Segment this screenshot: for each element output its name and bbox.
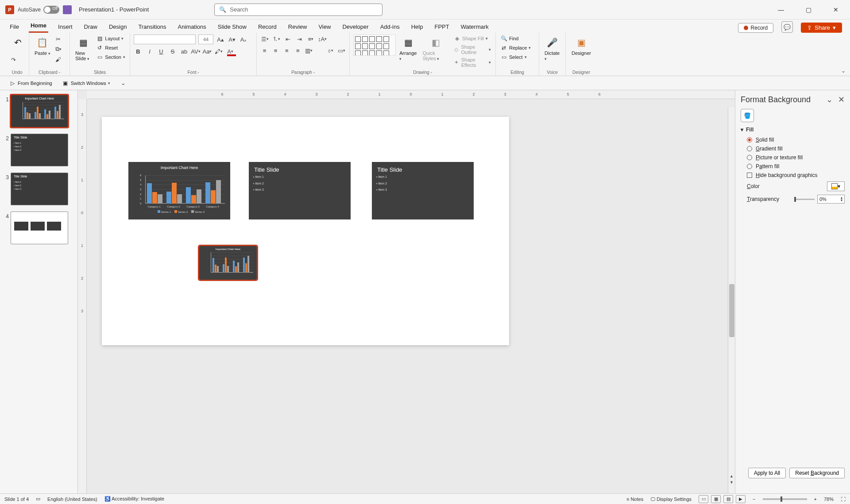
zoom-level[interactable]: 78% <box>824 496 834 502</box>
dragged-slide-object[interactable]: Important Chart Here <box>199 246 257 280</box>
copy-button[interactable]: ⧉ <box>54 45 63 54</box>
shape-outline-button[interactable]: ◇Shape Outline <box>452 44 492 55</box>
prev-slide-button[interactable]: ▲ <box>730 474 734 478</box>
autosave-toggle[interactable]: AutoSave <box>18 6 59 14</box>
fit-to-window-button[interactable]: ⛶ <box>841 496 846 502</box>
select-button[interactable]: ▭Select <box>499 53 535 61</box>
solid-fill-radio[interactable]: Solid fill <box>741 135 845 144</box>
vertical-scrollbar[interactable]: ▲ ▼ <box>728 107 735 493</box>
new-slide-button[interactable]: ▦ New Slide <box>73 35 93 62</box>
fill-color-picker[interactable]: ▾ <box>827 181 845 191</box>
layout-button[interactable]: ▤Layout <box>95 35 126 42</box>
tab-addins[interactable]: Add-ins <box>379 21 402 33</box>
change-case-button[interactable]: Aa <box>203 47 212 56</box>
pane-close-button[interactable]: ✕ <box>838 95 845 104</box>
columns-button[interactable]: ▥ <box>305 46 313 55</box>
shape-fill-button[interactable]: ◆Shape Fill <box>452 35 492 42</box>
fill-section-toggle[interactable]: ▾Fill <box>741 127 845 133</box>
save-icon[interactable] <box>63 5 72 14</box>
tab-transitions[interactable]: Transitions <box>136 21 168 33</box>
tab-design[interactable]: Design <box>107 21 128 33</box>
autosave-switch[interactable] <box>43 6 59 14</box>
italic-button[interactable]: I <box>145 47 154 56</box>
share-button[interactable]: ⇪Share▾ <box>801 23 842 33</box>
pane-options-button[interactable]: ⌄ <box>826 95 833 104</box>
zoom-in-button[interactable]: + <box>814 496 817 502</box>
text-shadow-button[interactable]: ab <box>180 47 189 56</box>
line-spacing-button[interactable]: ≡ <box>306 35 315 43</box>
tab-home[interactable]: Home <box>29 20 48 33</box>
underline-button[interactable]: U <box>157 47 166 56</box>
tab-record[interactable]: Record <box>256 21 278 33</box>
designer-button[interactable]: ▣Designer <box>569 35 593 57</box>
display-settings-button[interactable]: 🖵 Display Settings <box>650 496 692 502</box>
slide-thumb-3[interactable]: Title Slide • Item 1• Item 2• Item 3 <box>11 173 68 205</box>
picture-fill-radio[interactable]: Picture or texture fill <box>741 153 845 162</box>
align-left-button[interactable]: ≡ <box>260 46 269 55</box>
section-button[interactable]: ▭Section <box>95 53 126 61</box>
apply-to-all-button[interactable]: Apply to All <box>748 468 786 478</box>
font-color-button[interactable]: A <box>226 47 235 56</box>
scrollbar-thumb[interactable] <box>729 284 734 337</box>
tab-file[interactable]: File <box>8 21 21 33</box>
transparency-input[interactable]: 0%▴▾ <box>817 195 845 204</box>
shapes-gallery[interactable] <box>353 35 396 56</box>
pattern-fill-radio[interactable]: Pattern fill <box>741 162 845 171</box>
smartart-button[interactable]: ▭ <box>337 46 346 55</box>
accessibility-button[interactable]: ♿ Accessibility: Investigate <box>104 496 165 502</box>
undo-button[interactable]: ↶ <box>9 35 27 50</box>
overview-slide-3[interactable]: Title Slide • Item 1 • Item 2 • Item 3 <box>372 162 474 219</box>
slide-thumb-4[interactable] <box>11 212 68 244</box>
reset-background-button[interactable]: Reset Background <box>789 468 845 478</box>
tab-fppt[interactable]: FPPT <box>433 21 451 33</box>
format-painter-button[interactable]: 🖌 <box>54 55 63 64</box>
tab-view[interactable]: View <box>317 21 332 33</box>
numbering-button[interactable]: ⒈ <box>272 35 281 43</box>
font-name-input[interactable] <box>134 35 196 44</box>
record-button[interactable]: Record <box>738 23 774 33</box>
tab-developer[interactable]: Developer <box>340 21 370 33</box>
horizontal-ruler[interactable]: 6543210123456 <box>87 90 735 99</box>
slide-canvas-area[interactable]: Important Chart Here 0123456Category 1Ca… <box>87 99 735 493</box>
increase-indent-button[interactable]: ⇥ <box>295 35 304 43</box>
dictate-button[interactable]: 🎤Dictate <box>543 35 562 62</box>
qat-customize-button[interactable]: ⌄ <box>119 79 128 88</box>
tab-slideshow[interactable]: Slide Show <box>216 21 248 33</box>
collapse-ribbon-button[interactable]: ⌄ <box>841 68 846 74</box>
clear-formatting-button[interactable]: Aₓ <box>239 35 248 44</box>
shape-effects-button[interactable]: ✦Shape Effects <box>452 57 492 68</box>
redo-button[interactable]: ↷ <box>9 55 18 64</box>
text-direction-button[interactable]: ↕A <box>318 35 327 43</box>
align-right-button[interactable]: ≡ <box>282 46 291 55</box>
tab-watermark[interactable]: Watermark <box>459 21 491 33</box>
notes-button[interactable]: ≡ Notes <box>626 496 643 502</box>
close-button[interactable]: ✕ <box>827 1 845 19</box>
next-slide-button[interactable]: ▼ <box>730 480 734 485</box>
slide-canvas[interactable]: Important Chart Here 0123456Category 1Ca… <box>102 117 509 345</box>
minimize-button[interactable]: — <box>772 1 790 19</box>
comments-button[interactable]: 💬 <box>781 21 793 33</box>
from-beginning-button[interactable]: ▷From Beginning <box>8 79 53 87</box>
maximize-button[interactable]: ▢ <box>800 1 817 19</box>
transparency-slider[interactable] <box>794 199 815 200</box>
increase-font-button[interactable]: A▴ <box>216 35 225 44</box>
reset-button[interactable]: ↺Reset <box>95 44 126 52</box>
highlight-button[interactable]: 🖍 <box>214 47 223 56</box>
gradient-fill-radio[interactable]: Gradient fill <box>741 144 845 153</box>
zoom-slider[interactable] <box>763 498 807 500</box>
cut-button[interactable]: ✂ <box>54 35 63 43</box>
replace-button[interactable]: ⇄Replace <box>499 44 535 52</box>
quick-styles-button[interactable]: ◧Quick Styles <box>421 35 451 62</box>
arrange-button[interactable]: ▦Arrange <box>398 35 419 62</box>
slide-thumb-1[interactable]: Important Chart Here <box>11 95 68 127</box>
search-input[interactable]: 🔍 Search <box>214 4 382 16</box>
tab-draw[interactable]: Draw <box>82 21 99 33</box>
fill-category-icon[interactable]: 🪣 <box>741 109 754 122</box>
switch-windows-button[interactable]: ▣Switch Windows <box>61 79 111 87</box>
hide-bg-graphics-checkbox[interactable]: Hide background graphics <box>741 171 845 180</box>
char-spacing-button[interactable]: AV <box>191 47 200 56</box>
align-center-button[interactable]: ≡ <box>271 46 280 55</box>
sorter-view-button[interactable]: ▦ <box>711 495 721 503</box>
overview-slide-1[interactable]: Important Chart Here 0123456Category 1Ca… <box>128 162 230 219</box>
zoom-out-button[interactable]: − <box>753 496 755 502</box>
